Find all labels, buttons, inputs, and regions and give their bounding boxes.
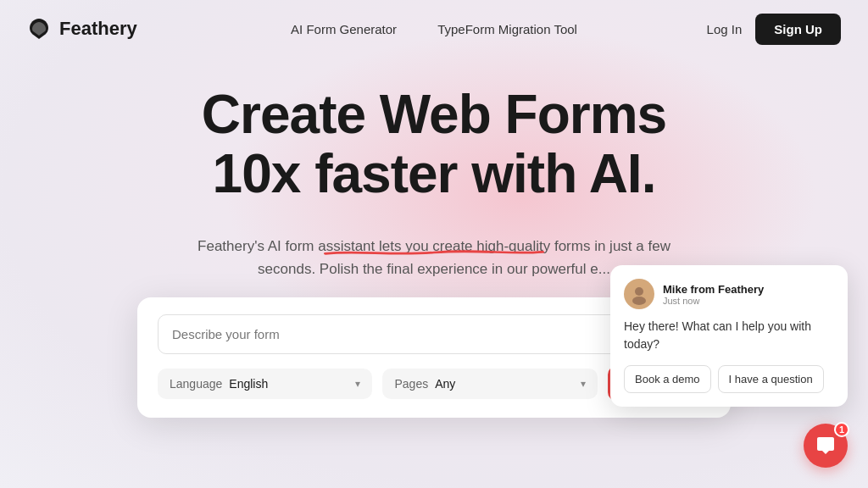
nav-link-ai-form-generator[interactable]: AI Form Generator — [291, 22, 397, 36]
svg-point-1 — [632, 297, 646, 305]
pages-select[interactable]: Any 1 2 3 4 5+ — [435, 377, 574, 391]
logo-link[interactable]: Feathery — [27, 17, 137, 41]
chat-sender-name: Mike from Feathery — [663, 283, 764, 296]
chat-time: Just now — [663, 296, 764, 306]
chat-header: Mike from Feathery Just now — [624, 279, 834, 309]
chat-widget: Mike from Feathery Just now Hey there! W… — [804, 424, 848, 468]
chat-question-button[interactable]: I have a question — [718, 365, 824, 393]
hero-title: Create Web Forms 10x faster with AI. — [0, 85, 868, 214]
pages-select-group: Pages Any 1 2 3 4 5+ ▾ — [382, 369, 597, 399]
chat-bubble-button[interactable]: 1 — [804, 424, 848, 468]
chat-message: Hey there! What can I help you with toda… — [624, 318, 834, 353]
chat-sender-info: Mike from Feathery Just now — [663, 283, 764, 306]
login-button[interactable]: Log In — [707, 22, 743, 36]
chat-book-demo-button[interactable]: Book a demo — [624, 365, 711, 393]
nav-link-typeform-migration[interactable]: TypeForm Migration Tool — [437, 22, 577, 36]
chat-notification-badge: 1 — [834, 422, 849, 437]
signup-button[interactable]: Sign Up — [755, 14, 841, 45]
language-select-group: Language English Spanish French German ▾ — [158, 369, 372, 399]
svg-point-0 — [635, 287, 643, 296]
brand-name: Feathery — [59, 18, 137, 40]
pages-label: Pages — [394, 377, 428, 391]
nav-actions: Log In Sign Up — [707, 14, 841, 45]
underline-decoration — [324, 208, 544, 214]
language-chevron-icon: ▾ — [355, 378, 360, 390]
language-label: Language — [170, 377, 222, 391]
chat-popup: Mike from Feathery Just now Hey there! W… — [610, 265, 848, 407]
nav-links: AI Form Generator TypeForm Migration Too… — [291, 22, 577, 36]
language-select[interactable]: English Spanish French German — [229, 377, 348, 391]
feathery-logo-icon — [27, 17, 51, 41]
navbar: Feathery AI Form Generator TypeForm Migr… — [0, 0, 868, 58]
chat-avatar — [624, 279, 654, 309]
hero-subtitle: Feathery's AI form assistant lets you cr… — [188, 235, 680, 280]
pages-chevron-icon: ▾ — [581, 378, 586, 390]
chat-actions: Book a demo I have a question — [624, 365, 834, 393]
chat-icon — [815, 435, 836, 456]
